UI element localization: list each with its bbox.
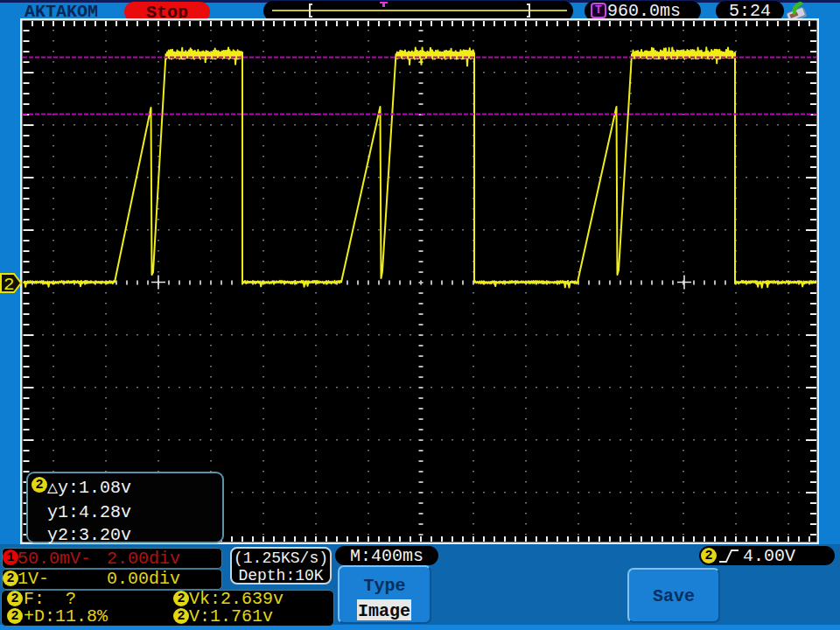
svg-text:2: 2 — [4, 275, 15, 294]
